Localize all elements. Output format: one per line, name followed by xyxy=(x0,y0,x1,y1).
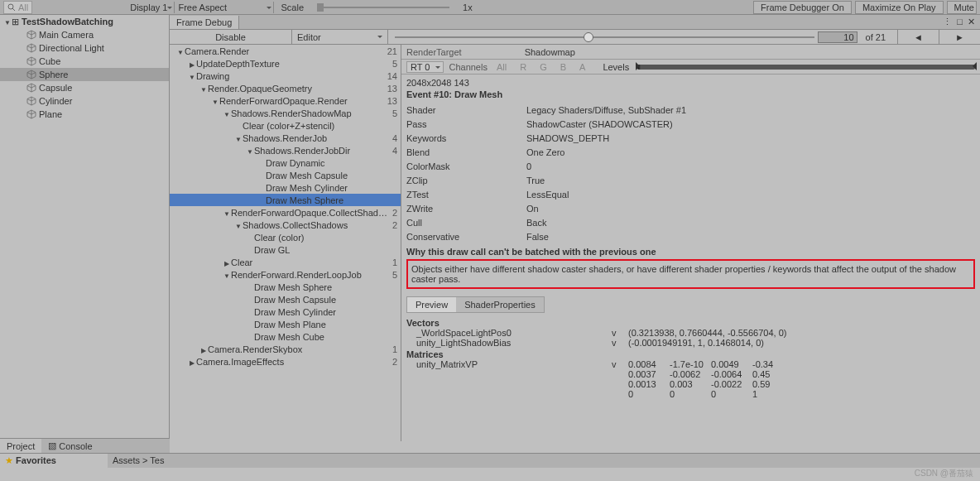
tree-row[interactable]: Shadows.RenderShadowMap5 xyxy=(170,107,401,119)
expand-icon[interactable] xyxy=(188,71,196,81)
object-name: Main Camera xyxy=(39,30,94,40)
matrix-cell: 0 xyxy=(711,389,752,399)
tree-row[interactable]: Draw Mesh Capsule xyxy=(170,293,401,305)
matrix-cell: 0.003 xyxy=(670,379,711,389)
tree-row[interactable]: Camera.Render21 xyxy=(170,45,401,57)
channel-b[interactable]: B xyxy=(556,62,570,72)
shader-props-tab[interactable]: ShaderProperties xyxy=(456,297,544,312)
tree-count: 21 xyxy=(387,46,397,56)
detail-tabs: Preview ShaderProperties xyxy=(406,296,545,313)
channel-g[interactable]: G xyxy=(536,62,551,72)
tree-row[interactable]: Draw Mesh Cylinder xyxy=(170,181,401,194)
expand-icon[interactable] xyxy=(234,220,243,230)
scale-slider[interactable] xyxy=(317,7,449,8)
tree-row[interactable]: Camera.ImageEffects2 xyxy=(170,355,401,368)
tree-row[interactable]: Drawing14 xyxy=(170,70,401,82)
tree-row[interactable]: Shadows.RenderJob4 xyxy=(170,132,401,144)
expand-icon[interactable] xyxy=(246,146,254,156)
prop-row: PassShadowCaster (SHADOWCASTER) xyxy=(406,117,975,131)
prop-row: ShaderLegacy Shaders/Diffuse, SubShader … xyxy=(406,103,975,117)
prop-row: ConservativeFalse xyxy=(406,229,975,243)
project-tab[interactable]: Project xyxy=(0,439,41,453)
tree-row[interactable]: Draw GL xyxy=(170,243,401,256)
channel-all[interactable]: All xyxy=(492,62,511,72)
expand-icon[interactable] xyxy=(3,17,12,26)
levels-slider[interactable] xyxy=(637,65,975,70)
tree-row[interactable]: Shadows.RenderJobDir4 xyxy=(170,144,401,156)
expand-icon[interactable] xyxy=(234,133,243,143)
expand-icon[interactable] xyxy=(223,208,231,218)
matrix-cell: -0.0062 xyxy=(670,369,711,379)
next-event-button[interactable]: ► xyxy=(939,30,980,44)
tree-row[interactable]: Camera.RenderSkybox1 xyxy=(170,343,401,355)
hierarchy-item[interactable]: Directional Light xyxy=(0,41,169,55)
vector-row: _WorldSpaceLightPos0v(0.3213938, 0.76604… xyxy=(406,328,975,338)
maximize-button[interactable]: Maximize On Play xyxy=(855,1,944,14)
tree-row[interactable]: Clear (color+Z+stencil) xyxy=(170,119,401,132)
console-icon: ▧ xyxy=(48,440,56,451)
prop-value: Back xyxy=(526,218,975,228)
event-number-input[interactable] xyxy=(818,31,858,43)
hierarchy-item[interactable]: Cube xyxy=(0,55,169,68)
mute-button[interactable]: Mute xyxy=(947,1,977,14)
hierarchy-item[interactable]: Cylinder xyxy=(0,94,169,108)
tree-row[interactable]: UpdateDepthTexture5 xyxy=(170,57,401,70)
frame-debugger-button[interactable]: Frame Debugger On xyxy=(753,1,852,14)
prop-row: ZTestLessEqual xyxy=(406,187,975,201)
close-icon[interactable]: ✕ xyxy=(968,17,975,27)
channel-r[interactable]: R xyxy=(516,62,531,72)
aspect-dropdown[interactable]: Free Aspect xyxy=(175,2,274,13)
tree-row[interactable]: Draw Mesh Plane xyxy=(170,318,401,330)
hierarchy-item[interactable]: Sphere xyxy=(0,68,169,81)
hierarchy-item[interactable]: Plane xyxy=(0,108,169,121)
channel-a[interactable]: A xyxy=(575,62,589,72)
console-tab[interactable]: ▧Console xyxy=(41,439,98,453)
menu-icon[interactable]: ⋮ xyxy=(943,17,952,27)
expand-icon[interactable] xyxy=(223,257,231,267)
prev-event-button[interactable]: ◄ xyxy=(897,30,939,44)
expand-icon[interactable] xyxy=(188,357,196,367)
expand-icon[interactable] xyxy=(223,108,231,118)
tree-row[interactable]: Draw Mesh Cylinder xyxy=(170,305,401,318)
tree-label: Draw Dynamic xyxy=(266,158,397,168)
event-slider[interactable] xyxy=(395,36,814,38)
prop-value: False xyxy=(526,232,975,242)
tree-label: Render.OpaqueGeometry xyxy=(208,84,387,94)
favorites-section[interactable]: ★ Favorites xyxy=(0,454,108,468)
expand-icon[interactable] xyxy=(188,59,196,69)
tree-row[interactable]: Draw Mesh Cube xyxy=(170,330,401,343)
editor-dropdown[interactable]: Editor xyxy=(292,30,388,44)
hierarchy-item[interactable]: Capsule xyxy=(0,81,169,94)
svg-line-1 xyxy=(12,8,15,11)
tree-row[interactable]: RenderForward.RenderLoopJob5 xyxy=(170,268,401,281)
star-icon: ★ xyxy=(5,455,13,465)
prop-row: ZWriteOn xyxy=(406,201,975,215)
expand-icon[interactable] xyxy=(176,46,185,56)
tree-row[interactable]: Shadows.CollectShadows2 xyxy=(170,219,401,231)
tree-row[interactable]: Draw Dynamic xyxy=(170,156,401,169)
scene-row[interactable]: ⊞ TestShadowBatching xyxy=(0,15,169,28)
event-total: of 21 xyxy=(861,32,891,42)
tree-row[interactable]: Draw Mesh Capsule xyxy=(170,169,401,181)
tree-row[interactable]: Render.OpaqueGeometry13 xyxy=(170,82,401,94)
rt-dropdown[interactable]: RT 0 xyxy=(406,61,444,73)
disable-button[interactable]: Disable xyxy=(170,30,292,44)
search-placeholder: All xyxy=(18,2,28,12)
tree-row[interactable]: Draw Mesh Sphere xyxy=(170,194,401,206)
expand-icon[interactable] xyxy=(199,84,208,94)
tree-row[interactable]: RenderForwardOpaque.Render13 xyxy=(170,94,401,107)
tree-row[interactable]: Draw Mesh Sphere xyxy=(170,281,401,293)
preview-tab[interactable]: Preview xyxy=(407,297,456,312)
hierarchy-item[interactable]: Main Camera xyxy=(0,28,169,41)
expand-icon[interactable] xyxy=(199,344,208,354)
expand-icon[interactable] xyxy=(211,96,219,106)
tree-row[interactable]: Clear (color) xyxy=(170,231,401,243)
tree-count: 1 xyxy=(392,257,397,267)
display-dropdown[interactable]: Display 1 xyxy=(127,2,175,13)
tree-row[interactable]: RenderForwardOpaque.CollectShadows2 xyxy=(170,206,401,219)
maximize-icon[interactable]: □ xyxy=(957,17,963,27)
breadcrumb[interactable]: Assets > Tes xyxy=(108,454,169,468)
tree-row[interactable]: Clear1 xyxy=(170,256,401,268)
expand-icon[interactable] xyxy=(223,270,231,280)
search-field[interactable]: All xyxy=(3,1,32,14)
